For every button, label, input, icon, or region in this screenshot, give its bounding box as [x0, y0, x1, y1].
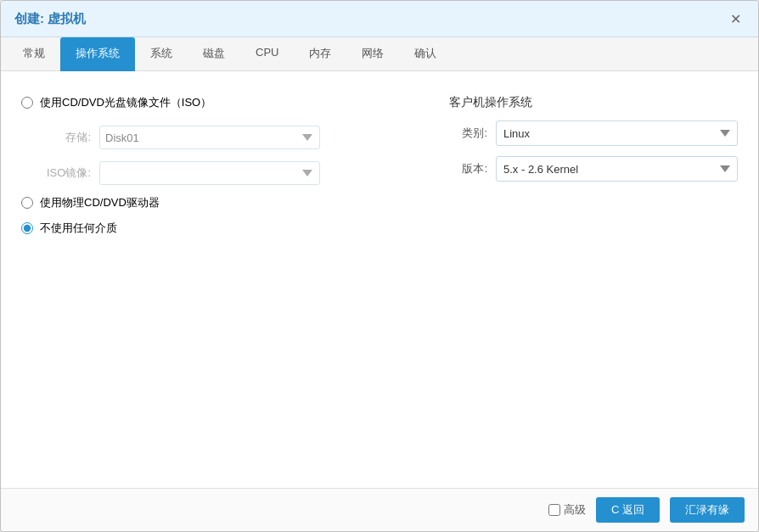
close-button[interactable]: ✕ [726, 9, 745, 28]
advanced-label: 高级 [564, 502, 586, 518]
footer: 高级 C 返回 汇渌有缘 [1, 488, 758, 531]
iso-row: ISO镜像: [42, 161, 415, 185]
tab-confirm[interactable]: 确认 [399, 37, 452, 71]
radio-physical[interactable]: 使用物理CD/DVD驱动器 [21, 195, 415, 210]
dialog: 创建: 虚拟机 ✕ 常规 操作系统 系统 磁盘 CPU 内存 网络 确认 使用C… [0, 0, 759, 532]
title-bar: 创建: 虚拟机 ✕ [1, 1, 758, 37]
dialog-title: 创建: 虚拟机 [14, 11, 86, 27]
cancel-button[interactable]: C 返回 [596, 497, 660, 523]
storage-row: 存储: Disk01 [42, 126, 415, 149]
tab-bar: 常规 操作系统 系统 磁盘 CPU 内存 网络 确认 [1, 37, 758, 71]
radio-none[interactable]: 不使用任何介质 [21, 221, 415, 236]
radio-iso-input[interactable] [21, 97, 33, 109]
guest-os-title: 客户机操作系统 [449, 95, 738, 110]
radio-physical-label: 使用物理CD/DVD驱动器 [40, 195, 160, 210]
category-select[interactable]: Linux [496, 120, 738, 146]
version-label: 版本: [449, 161, 496, 176]
finish-button[interactable]: 汇渌有缘 [670, 497, 745, 523]
storage-select[interactable]: Disk01 [99, 126, 320, 149]
storage-label: 存储: [42, 130, 99, 145]
left-panel: 使用CD/DVD光盘镜像文件（ISO） 存储: Disk01 ISO镜像: [21, 95, 415, 474]
advanced-checkbox[interactable] [548, 504, 560, 516]
category-label: 类别: [449, 126, 496, 141]
media-selection: 使用CD/DVD光盘镜像文件（ISO） 存储: Disk01 ISO镜像: [21, 95, 415, 236]
content-area: 使用CD/DVD光盘镜像文件（ISO） 存储: Disk01 ISO镜像: [1, 71, 758, 488]
advanced-link[interactable]: 高级 [548, 502, 586, 518]
radio-none-input[interactable] [21, 222, 33, 234]
category-row: 类别: Linux [449, 120, 738, 146]
tab-cpu[interactable]: CPU [240, 37, 294, 71]
tab-general[interactable]: 常规 [8, 37, 60, 71]
radio-iso-label: 使用CD/DVD光盘镜像文件（ISO） [40, 95, 211, 110]
radio-physical-input[interactable] [21, 197, 33, 209]
radio-none-label: 不使用任何介质 [40, 221, 117, 236]
right-panel: 客户机操作系统 类别: Linux 版本: 5.x - 2.6 Kernel [449, 95, 738, 474]
tab-system[interactable]: 系统 [135, 37, 188, 71]
iso-fields: 存储: Disk01 ISO镜像: [21, 120, 415, 185]
radio-iso[interactable]: 使用CD/DVD光盘镜像文件（ISO） [21, 95, 415, 110]
iso-label: ISO镜像: [42, 165, 99, 181]
tab-memory[interactable]: 内存 [294, 37, 346, 71]
version-select[interactable]: 5.x - 2.6 Kernel [496, 156, 738, 182]
tab-disk[interactable]: 磁盘 [188, 37, 240, 71]
tab-os[interactable]: 操作系统 [60, 37, 135, 71]
iso-select[interactable] [99, 161, 320, 185]
version-row: 版本: 5.x - 2.6 Kernel [449, 156, 738, 182]
tab-network[interactable]: 网络 [346, 37, 399, 71]
